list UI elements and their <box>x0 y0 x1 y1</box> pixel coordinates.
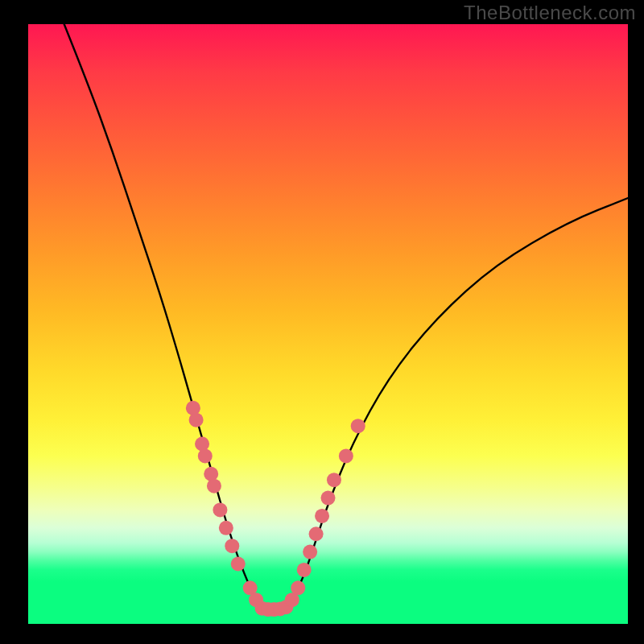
data-dot <box>219 521 233 535</box>
data-dots-left <box>186 401 263 607</box>
data-dot <box>351 419 365 433</box>
chart-frame: TheBottleneck.com <box>0 0 644 644</box>
data-dot <box>339 448 353 463</box>
data-dot <box>213 502 227 517</box>
data-dot <box>207 479 221 493</box>
data-dot <box>303 545 317 559</box>
plot-area <box>28 24 628 624</box>
data-dot <box>225 539 239 553</box>
watermark-text: TheBottleneck.com <box>464 2 636 24</box>
data-dots-right <box>285 419 365 607</box>
data-dot <box>189 413 204 427</box>
data-dot <box>321 491 336 506</box>
data-dot <box>309 526 324 541</box>
data-dot <box>297 563 312 577</box>
data-dot <box>231 557 246 572</box>
data-dot <box>315 509 329 523</box>
chart-svg <box>28 24 628 624</box>
data-dot <box>327 473 341 487</box>
bottleneck-curve <box>64 24 628 609</box>
data-dot <box>291 580 305 595</box>
data-dot <box>198 448 213 463</box>
